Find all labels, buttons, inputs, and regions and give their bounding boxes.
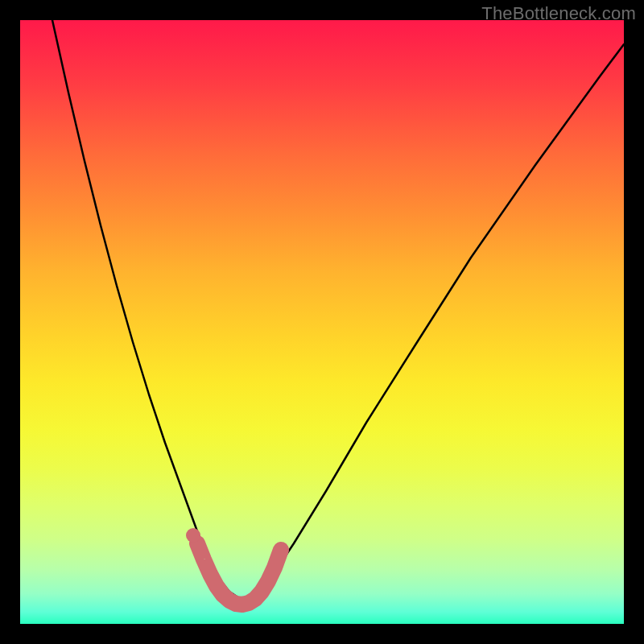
marker-dot (186, 528, 200, 543)
bottleneck-curve (52, 20, 624, 600)
chart-frame: TheBottleneck.com (0, 0, 644, 644)
chart-plot-area (20, 20, 624, 624)
watermark-text: TheBottleneck.com (481, 3, 636, 24)
marker-trail (197, 543, 281, 605)
chart-svg (20, 20, 624, 624)
